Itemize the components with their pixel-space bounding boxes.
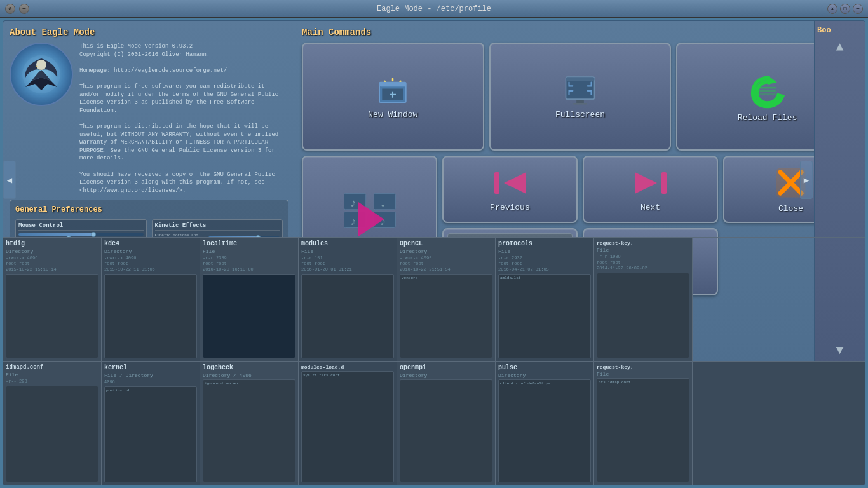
booklist-up-arrow[interactable]: ▲ xyxy=(817,40,862,55)
file-type-openmpi: Directory xyxy=(400,372,492,378)
file-type-opencl: Directory xyxy=(400,248,492,254)
file-type-kernel: File / Directory xyxy=(104,372,197,378)
prefs-title: General Preferences xyxy=(15,205,283,214)
file-type-protocols: File xyxy=(498,248,591,254)
about-line3: Homepage: http://eaglemode.sourceforge.n… xyxy=(79,67,288,75)
file-meta-kde4: -rwxr-x 4096root root2015-10-22 11:01:06 xyxy=(104,255,197,273)
file-item-openmpi[interactable]: openmpi Directory xyxy=(397,362,496,485)
file-preview-localtime xyxy=(203,274,295,358)
file-meta-idmapd: -r-- 298 xyxy=(6,379,98,384)
file-name-htdig: htdig xyxy=(6,240,98,247)
file-name-localtime: localtime xyxy=(203,240,295,247)
steam-button[interactable]: ⊙ xyxy=(5,4,15,14)
file-name-modules: modules xyxy=(301,240,394,247)
file-type-htdig: Directory xyxy=(6,248,98,254)
file-meta-htdig: -rwxr-x 4096root root2015-10-22 15:10:14 xyxy=(6,255,98,273)
file-meta-localtime: -r-r 2389root root2016-10-20 16:10:00 xyxy=(203,255,295,273)
slider-row-1 xyxy=(18,233,144,236)
reload-files-icon xyxy=(749,71,787,109)
about-line4: This program is free software; you can r… xyxy=(79,83,288,114)
file-item-protocols[interactable]: protocols File -r-r 2932root root2016-04… xyxy=(496,238,594,361)
file-preview-htdig xyxy=(6,274,98,358)
fullscreen-button[interactable]: Fullscreen xyxy=(489,43,672,151)
mouse-control-title: Mouse Control xyxy=(18,222,144,231)
min-button[interactable]: ─ xyxy=(853,4,863,14)
file-preview-pulse: client.conf default.pa xyxy=(498,379,591,482)
kinetic-title: Kinetic Effects xyxy=(155,222,280,231)
file-preview-openmpi xyxy=(400,379,492,482)
file-preview-request-key2: nfs.idmap.conf xyxy=(597,378,689,482)
svg-rect-33 xyxy=(661,172,667,194)
commands-top-row: New Window xyxy=(302,43,858,151)
title-bar-right: ✕ □ ─ xyxy=(827,4,863,14)
file-item-logcheck[interactable]: logcheck Directory / 4096 ignore.d.serve… xyxy=(200,362,299,485)
file-preview-kernel: postinst.d xyxy=(104,386,197,482)
svg-marker-32 xyxy=(504,172,526,194)
file-type-pulse: Directory xyxy=(498,372,591,378)
file-type-logcheck: Directory / 4096 xyxy=(203,372,295,378)
file-name-opencl: OpenCL xyxy=(400,240,492,247)
file-item-localtime[interactable]: localtime File -r-r 2389root root2016-10… xyxy=(200,238,299,361)
file-name-request-key: request-key. xyxy=(597,240,689,246)
file-item-idmapd[interactable]: idmapd.conf File -r-- 298 xyxy=(3,362,102,485)
file-meta-kernel: 4096 xyxy=(104,379,197,385)
title-bar: ⊙ ─ Eagle Mode - /etc/profile ✕ □ ─ xyxy=(0,0,868,18)
new-window-label: New Window xyxy=(368,110,417,119)
file-name-openmpi: openmpi xyxy=(400,364,492,371)
nav-left-arrow[interactable]: ◀ xyxy=(3,161,16,199)
file-preview-logcheck: ignore.d.server xyxy=(203,379,295,482)
file-item-pulse[interactable]: pulse Directory client.conf default.pa xyxy=(496,362,594,485)
svg-rect-31 xyxy=(494,172,499,194)
file-preview-protocols: amlda.lst xyxy=(498,274,591,358)
about-text: This is Eagle Mode version 0.93.2 Copyri… xyxy=(79,43,288,194)
about-line6: You should have received a copy of the G… xyxy=(79,171,288,195)
file-preview-request-key xyxy=(597,273,689,358)
file-name-protocols: protocols xyxy=(498,240,591,247)
file-item-htdig[interactable]: htdig Directory -rwxr-x 4096root root201… xyxy=(3,238,102,361)
file-meta-protocols: -r-r 2932root root2016-04-21 02:31:05 xyxy=(498,255,591,273)
eagle-logo xyxy=(10,43,73,106)
file-item-kde4[interactable]: kde4 Directory -rwxr-x 4096root root2015… xyxy=(102,238,200,361)
about-line2: Copyright (C) 2001-2016 Oliver Hamann. xyxy=(79,51,288,59)
svg-text:♩: ♩ xyxy=(379,197,386,210)
file-type-kde4: Directory xyxy=(104,248,197,254)
file-name-logcheck: logcheck xyxy=(203,364,295,371)
file-name-modules-load: modules-load.d xyxy=(301,364,394,370)
file-type-request-key2: File xyxy=(597,371,689,377)
new-window-button[interactable]: New Window xyxy=(302,43,484,151)
file-type-localtime: File xyxy=(203,248,295,254)
nav-right-arrow[interactable]: ▶ xyxy=(800,161,813,199)
next-button[interactable]: Next xyxy=(583,156,718,223)
next-label: Next xyxy=(641,203,660,212)
max-button[interactable]: □ xyxy=(840,4,850,14)
svg-marker-18 xyxy=(768,75,777,85)
previous-label: Previous xyxy=(490,203,529,212)
file-preview-opencl: vendors xyxy=(400,274,492,358)
file-preview-kde4 xyxy=(104,274,197,358)
previous-button[interactable]: Previous xyxy=(442,156,578,223)
file-name-pulse: pulse xyxy=(498,364,591,371)
file-item-request-key2[interactable]: request-key. File nfs.idmap.conf xyxy=(594,362,693,485)
new-window-icon xyxy=(374,74,412,106)
slider-track-1[interactable] xyxy=(18,233,144,236)
file-row-3: idmapd.conf File -r-- 298 kernel File / … xyxy=(3,361,865,485)
file-meta-request-key: -r-r 1989root root2014-11-22 26:09-02 xyxy=(597,254,689,271)
window-title: Eagle Mode - /etc/profile xyxy=(377,4,491,13)
booklist-nav-up: ▲ xyxy=(817,40,862,55)
close-button[interactable]: ✕ xyxy=(827,4,837,14)
svg-point-1 xyxy=(36,60,46,70)
about-title: About Eagle Mode xyxy=(10,27,288,37)
minimize-button[interactable]: ─ xyxy=(19,4,29,14)
file-item-kernel[interactable]: kernel File / Directory 4096 postinst.d xyxy=(102,362,200,485)
file-item-request-key[interactable]: request-key. File -r-r 1989root root2014… xyxy=(594,238,693,361)
file-meta-modules: -r-r 151root root2016-01-20 01:01:21 xyxy=(301,255,394,273)
svg-text:♪: ♪ xyxy=(349,197,356,210)
file-name-idmapd: idmapd.conf xyxy=(6,364,98,370)
svg-marker-34 xyxy=(635,172,657,194)
file-type-modules: File xyxy=(301,248,394,254)
file-item-opencl[interactable]: OpenCL Directory -rwxr-x 4095root root20… xyxy=(397,238,496,361)
previous-icon xyxy=(491,167,529,199)
title-bar-left: ⊙ ─ xyxy=(5,4,29,14)
file-item-modules-load[interactable]: modules-load.d sys.filters.conf xyxy=(299,362,397,485)
file-item-modules[interactable]: modules File -r-r 151root root2016-01-20… xyxy=(299,238,397,361)
